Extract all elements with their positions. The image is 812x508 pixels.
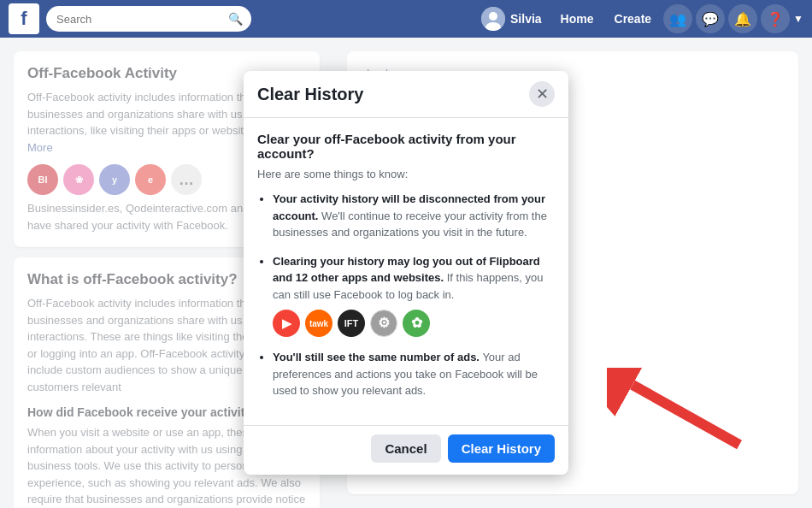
modal-list: Your activity history will be disconnect… bbox=[257, 191, 555, 399]
nav-right: Silvia Home Create 👥 💬 🔔 ❓ ▼ bbox=[474, 3, 803, 34]
svg-point-1 bbox=[489, 12, 497, 21]
nav-user[interactable]: Silvia bbox=[474, 3, 549, 34]
app-icon-2: tawk bbox=[305, 310, 332, 337]
app-icons: ▶ tawk IFT ⚙ ✿ bbox=[273, 310, 555, 337]
modal-question: Clear your off-Facebook activity from yo… bbox=[257, 132, 555, 161]
list-item-2: Clearing your history may log you out of… bbox=[273, 253, 555, 338]
help-icon[interactable]: ❓ bbox=[761, 4, 790, 33]
list-item-3-bold: You'll still see the same number of ads. bbox=[273, 351, 480, 363]
modal-body: Clear your off-Facebook activity from yo… bbox=[244, 118, 568, 425]
clear-history-button[interactable]: Clear History bbox=[448, 434, 555, 463]
nav-create[interactable]: Create bbox=[606, 9, 661, 29]
search-wrap: 🔍 bbox=[46, 6, 251, 32]
navbar: f 🔍 Silvia Home Create 👥 💬 🔔 ❓ ▼ bbox=[0, 0, 812, 38]
clear-history-modal: Clear History ✕ Clear your off-Facebook … bbox=[244, 71, 568, 475]
list-item-1: Your activity history will be disconnect… bbox=[273, 191, 555, 241]
modal-title: Clear History bbox=[257, 85, 364, 104]
people-icon[interactable]: 👥 bbox=[663, 4, 692, 33]
chevron-down-icon[interactable]: ▼ bbox=[793, 13, 803, 25]
app-icon-gear: ⚙ bbox=[370, 310, 397, 337]
modal-footer: Cancel Clear History bbox=[244, 425, 568, 475]
list-item-3: You'll still see the same number of ads.… bbox=[273, 349, 555, 399]
app-icon-ifttt: IFT bbox=[338, 310, 365, 337]
messenger-icon[interactable]: 💬 bbox=[696, 4, 725, 33]
app-icon-flipboard: ▶ bbox=[273, 310, 300, 337]
search-input[interactable] bbox=[46, 6, 251, 32]
modal-subtitle: Here are some things to know: bbox=[257, 168, 555, 180]
page-body: Off-Facebook Activity Off-Facebook activ… bbox=[0, 38, 812, 508]
app-icon-5: ✿ bbox=[403, 310, 430, 337]
nav-home[interactable]: Home bbox=[552, 9, 603, 29]
avatar bbox=[481, 7, 505, 31]
search-icon: 🔍 bbox=[228, 12, 243, 26]
nav-username: Silvia bbox=[510, 12, 542, 26]
modal-close-button[interactable]: ✕ bbox=[529, 81, 555, 107]
notifications-icon[interactable]: 🔔 bbox=[728, 4, 757, 33]
modal-header: Clear History ✕ bbox=[244, 71, 568, 118]
fb-logo: f bbox=[9, 3, 39, 34]
modal-overlay: Clear History ✕ Clear your off-Facebook … bbox=[0, 38, 812, 508]
cancel-button[interactable]: Cancel bbox=[371, 434, 440, 463]
